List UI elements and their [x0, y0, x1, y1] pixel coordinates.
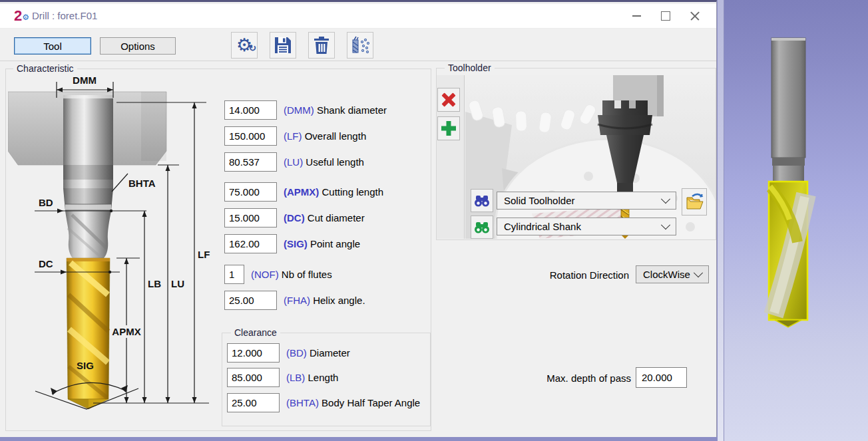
max-depth-input[interactable]	[636, 367, 687, 388]
param-label: Point angle	[310, 238, 360, 249]
diagram-label-apmx: APMX	[112, 326, 140, 337]
toolholder-type-select[interactable]: Solid Toolholder	[497, 192, 676, 210]
rotation-direction-select[interactable]: ClockWise	[636, 265, 709, 283]
app-logo-icon: 2⚙	[9, 7, 27, 25]
rotation-direction-value: ClockWise	[643, 269, 695, 280]
param-code: (APMX)	[284, 186, 319, 198]
shank-diameter-input[interactable]	[224, 100, 277, 120]
point-angle-input[interactable]	[224, 234, 277, 253]
diagram-label-sig: SIG	[77, 360, 94, 371]
field-row-point-angle: (SIG) Point angle	[224, 234, 360, 253]
chevron-down-icon	[661, 194, 670, 204]
field-row-overall-length: (LF) Overall length	[224, 126, 366, 146]
field-row-clearance-diameter: (BD) Diameter	[227, 343, 350, 363]
cut-diameter-input[interactable]	[224, 208, 277, 227]
diagram-label-bd: BD	[39, 197, 53, 208]
field-row-clearance-length: (LB) Length	[227, 368, 338, 387]
diagram-label-lf: LF	[198, 249, 210, 260]
window-title: Drill : foret.F01	[32, 4, 97, 28]
red-x-icon	[442, 93, 455, 106]
binoculars-blue-icon	[474, 195, 490, 207]
toolbar-separator	[0, 61, 716, 61]
search-shank-button[interactable]	[471, 216, 493, 239]
param-label: Cut diameter	[308, 212, 365, 223]
search-toolholder-button[interactable]	[471, 189, 493, 212]
param-label: Nb of flutes	[282, 269, 332, 280]
param-code: (DMM)	[284, 104, 314, 116]
save-button[interactable]	[270, 32, 296, 59]
diagram-label-lu: LU	[171, 278, 184, 289]
param-code: (BHTA)	[286, 397, 319, 408]
param-code: (FHA)	[284, 295, 310, 306]
logo-gear-icon: ⚙	[22, 9, 29, 26]
param-label: Shank diameter	[317, 104, 387, 116]
shank-type-value: Cylindrical Shank	[504, 221, 662, 232]
param-label: Helix angle.	[313, 295, 365, 306]
maximize-button[interactable]	[651, 4, 680, 28]
diagram-label-bhta: BHTA	[128, 178, 156, 189]
param-code: (NOF)	[251, 269, 279, 280]
trash-icon	[313, 36, 330, 55]
clearance-length-input[interactable]	[227, 368, 280, 387]
param-label: Body Half Taper Angle	[322, 397, 420, 408]
drill-dimension-diagram: DMM BD DC BHTA APMX LB LU LF SIG	[8, 74, 221, 420]
gear-refresh-icon: ⚙↻	[236, 37, 252, 55]
toolholder-type-value: Solid Toolholder	[504, 195, 662, 206]
param-code: (BD)	[286, 347, 307, 359]
nb-flutes-input[interactable]	[224, 265, 244, 284]
minimize-icon	[632, 15, 641, 17]
helix-angle-input[interactable]	[224, 291, 277, 310]
field-row-cut-diameter: (DC) Cut diameter	[224, 208, 365, 227]
overall-length-input[interactable]	[224, 126, 277, 146]
field-row-cutting-length: (APMX) Cutting length	[224, 182, 383, 202]
param-code: (SIG)	[284, 238, 308, 249]
param-code: (LB)	[286, 372, 305, 383]
minimize-button[interactable]	[622, 4, 651, 28]
diagram-label-lb: LB	[148, 278, 161, 289]
drill-dialog-window: 2⚙ Drill : foret.F01 Tool Options ⚙↻	[0, 0, 717, 437]
diagram-label-dc: DC	[39, 258, 53, 269]
screen: 2⚙ Drill : foret.F01 Tool Options ⚙↻	[0, 0, 868, 441]
useful-length-input[interactable]	[224, 152, 277, 172]
tab-tool[interactable]: Tool	[14, 37, 91, 55]
toolholder-machine-image	[465, 75, 716, 239]
viewport-edge	[718, 0, 724, 441]
param-label: Diameter	[310, 347, 350, 359]
chevron-down-icon	[661, 220, 670, 229]
remove-toolholder-button[interactable]	[437, 88, 460, 112]
binoculars-green-icon	[474, 221, 490, 233]
3d-viewport[interactable]	[718, 0, 868, 441]
characteristic-title: Characteristic	[13, 64, 77, 74]
save-icon	[274, 36, 292, 55]
clearance-diameter-input[interactable]	[227, 343, 280, 363]
rotation-direction-label: Rotation Direction	[519, 266, 629, 284]
drill-3d-render	[718, 0, 868, 441]
tool-simulation-button[interactable]	[347, 32, 373, 59]
param-code: (LU)	[284, 156, 303, 168]
clearance-title: Clearance	[231, 328, 280, 338]
tool-chips-icon	[350, 36, 370, 55]
delete-button[interactable]	[308, 32, 335, 59]
maximize-icon	[661, 11, 670, 21]
add-toolholder-button[interactable]	[437, 116, 460, 140]
param-label: Overall length	[305, 130, 367, 142]
toolholder-title: Toolholder	[445, 63, 495, 73]
body-half-taper-angle-input[interactable]	[227, 393, 280, 412]
max-depth-label: Max. depth of pass	[519, 368, 631, 388]
field-row-useful-length: (LU) Useful length	[224, 152, 364, 172]
shank-type-select[interactable]: Cylindrical Shank	[497, 218, 676, 235]
param-label: Useful length	[306, 156, 364, 168]
close-icon	[690, 11, 700, 21]
param-code: (DC)	[284, 212, 305, 223]
param-label: Cutting length	[322, 186, 384, 198]
green-plus-icon	[441, 121, 456, 136]
tab-options[interactable]: Options	[100, 37, 176, 55]
chevron-down-icon	[694, 268, 703, 277]
open-toolholder-library-button[interactable]	[682, 188, 707, 216]
param-code: (LF)	[284, 130, 302, 142]
cutting-length-input[interactable]	[224, 182, 277, 202]
open-folder-icon	[684, 193, 704, 212]
close-button[interactable]	[680, 4, 710, 28]
update-button[interactable]: ⚙↻	[231, 32, 258, 59]
titlebar: 2⚙ Drill : foret.F01	[0, 4, 716, 29]
